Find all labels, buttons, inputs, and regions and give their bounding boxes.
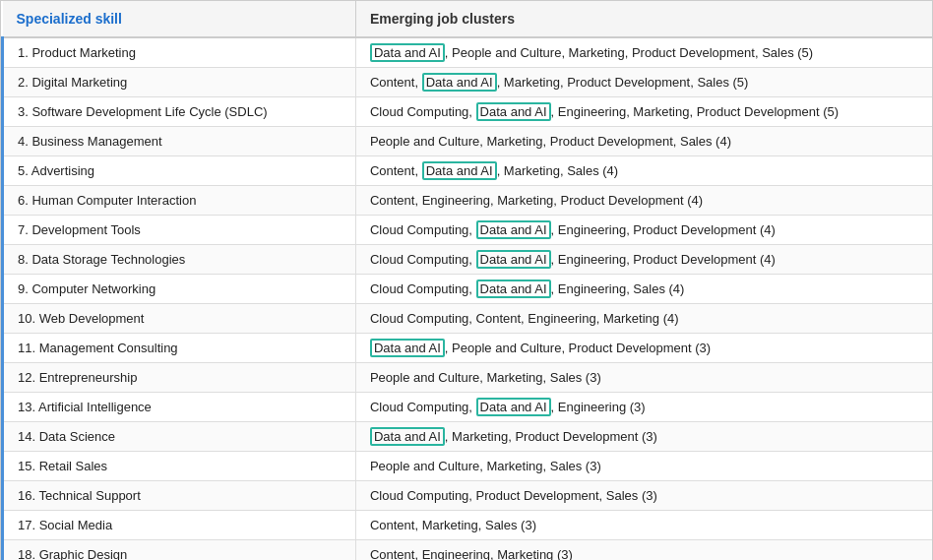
skill-cell: 5. Advertising: [3, 156, 356, 186]
clusters-cell: People and Culture, Marketing, Sales (3): [355, 452, 932, 481]
clusters-cell: Cloud Computing, Content, Engineering, M…: [355, 304, 932, 334]
table-row: 10. Web DevelopmentCloud Computing, Cont…: [3, 304, 933, 334]
table-row: 2. Digital MarketingContent, Data and AI…: [3, 68, 933, 97]
table-row: 5. AdvertisingContent, Data and AI, Mark…: [3, 156, 933, 186]
data-and-ai-tag: Data and AI: [476, 250, 551, 269]
skill-cell: 14. Data Science: [3, 422, 356, 452]
data-and-ai-tag: Data and AI: [370, 339, 445, 357]
skill-cell: 1. Product Marketing: [3, 37, 356, 68]
clusters-cell: Cloud Computing, Data and AI, Engineerin…: [355, 97, 932, 127]
skill-cell: 17. Social Media: [3, 511, 356, 540]
clusters-cell: Content, Data and AI, Marketing, Product…: [355, 68, 932, 97]
table-row: 15. Retail SalesPeople and Culture, Mark…: [3, 452, 933, 481]
table-row: 12. EntrepreneurshipPeople and Culture, …: [3, 363, 933, 393]
table-row: 14. Data ScienceData and AI, Marketing, …: [3, 422, 933, 452]
data-and-ai-tag: Data and AI: [476, 398, 551, 416]
clusters-cell: Content, Engineering, Marketing, Product…: [355, 186, 932, 216]
data-and-ai-tag: Data and AI: [422, 161, 497, 180]
data-and-ai-tag: Data and AI: [476, 280, 551, 298]
clusters-cell: Cloud Computing, Data and AI, Engineerin…: [355, 275, 932, 304]
skill-cell: 18. Graphic Design: [3, 540, 356, 561]
table-row: 4. Business ManagementPeople and Culture…: [3, 127, 933, 156]
skill-cell: 7. Development Tools: [3, 216, 356, 245]
skill-cell: 15. Retail Sales: [3, 452, 356, 481]
skill-cell: 13. Artificial Intelligence: [3, 393, 356, 422]
clusters-cell: People and Culture, Marketing, Sales (3): [355, 363, 932, 393]
data-and-ai-tag: Data and AI: [476, 220, 551, 239]
data-and-ai-tag: Data and AI: [476, 102, 551, 121]
main-table: Specialized skill Emerging job clusters …: [0, 0, 933, 560]
table-row: 7. Development ToolsCloud Computing, Dat…: [3, 216, 933, 245]
table-header-row: Specialized skill Emerging job clusters: [3, 1, 933, 37]
clusters-cell: Cloud Computing, Data and AI, Engineerin…: [355, 216, 932, 245]
data-and-ai-tag: Data and AI: [370, 427, 445, 446]
clusters-cell: Cloud Computing, Product Development, Sa…: [355, 481, 932, 511]
skill-cell: 10. Web Development: [3, 304, 356, 334]
table-row: 11. Management ConsultingData and AI, Pe…: [3, 334, 933, 363]
data-and-ai-tag: Data and AI: [422, 73, 497, 92]
clusters-cell: Data and AI, People and Culture, Product…: [355, 334, 932, 363]
skill-cell: 2. Digital Marketing: [3, 68, 356, 97]
clusters-cell: Content, Engineering, Marketing (3): [355, 540, 932, 561]
skill-cell: 9. Computer Networking: [3, 275, 356, 304]
table-row: 16. Technical SupportCloud Computing, Pr…: [3, 481, 933, 511]
skill-cell: 6. Human Computer Interaction: [3, 186, 356, 216]
skill-cell: 16. Technical Support: [3, 481, 356, 511]
header-specialized-skill: Specialized skill: [3, 1, 356, 37]
skill-cell: 12. Entrepreneurship: [3, 363, 356, 393]
skill-cell: 4. Business Management: [3, 127, 356, 156]
table-row: 18. Graphic DesignContent, Engineering, …: [3, 540, 933, 561]
clusters-cell: Data and AI, People and Culture, Marketi…: [355, 37, 932, 68]
skill-cell: 8. Data Storage Technologies: [3, 245, 356, 275]
clusters-cell: People and Culture, Marketing, Product D…: [355, 127, 932, 156]
clusters-cell: Data and AI, Marketing, Product Developm…: [355, 422, 932, 452]
table-row: 8. Data Storage TechnologiesCloud Comput…: [3, 245, 933, 275]
data-and-ai-tag: Data and AI: [370, 43, 445, 62]
skill-cell: 3. Software Development Life Cycle (SDLC…: [3, 97, 356, 127]
clusters-cell: Cloud Computing, Data and AI, Engineerin…: [355, 393, 932, 422]
skill-cell: 11. Management Consulting: [3, 334, 356, 363]
clusters-cell: Cloud Computing, Data and AI, Engineerin…: [355, 245, 932, 275]
table-row: 3. Software Development Life Cycle (SDLC…: [3, 97, 933, 127]
table-row: 17. Social MediaContent, Marketing, Sale…: [3, 511, 933, 540]
clusters-cell: Content, Marketing, Sales (3): [355, 511, 932, 540]
table-row: 13. Artificial IntelligenceCloud Computi…: [3, 393, 933, 422]
table-row: 6. Human Computer InteractionContent, En…: [3, 186, 933, 216]
header-emerging-job-clusters: Emerging job clusters: [355, 1, 932, 37]
clusters-cell: Content, Data and AI, Marketing, Sales (…: [355, 156, 932, 186]
table-row: 1. Product MarketingData and AI, People …: [3, 37, 933, 68]
table-row: 9. Computer NetworkingCloud Computing, D…: [3, 275, 933, 304]
